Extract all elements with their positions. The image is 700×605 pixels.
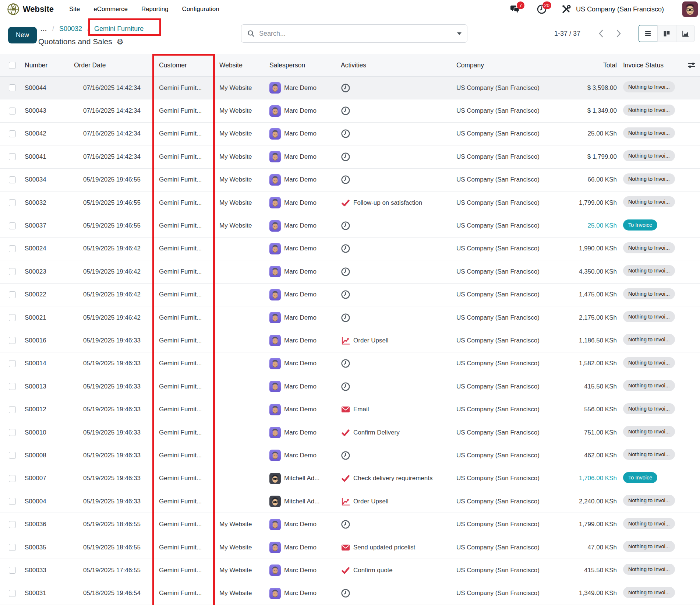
table-row[interactable]: S00008 05/19/2025 19:46:33 Gemini Furnit… — [0, 444, 700, 467]
activity-cell[interactable]: Send updated pricelist — [341, 543, 456, 552]
graph-view-button[interactable] — [676, 25, 695, 42]
table-row[interactable]: S00033 05/19/2025 17:46:55 Gemini Furnit… — [0, 559, 700, 582]
table-row[interactable]: S00012 05/19/2025 19:46:33 Gemini Furnit… — [0, 398, 700, 421]
pager-previous-button[interactable] — [595, 26, 607, 41]
row-checkbox[interactable] — [9, 314, 16, 321]
menu-reporting[interactable]: Reporting — [141, 6, 169, 13]
activity-cell[interactable] — [341, 520, 456, 529]
table-row[interactable]: S00044 07/16/2025 14:42:34 Gemini Furnit… — [0, 77, 700, 99]
table-row[interactable]: S00043 07/16/2025 14:42:34 Gemini Furnit… — [0, 99, 700, 122]
table-row[interactable]: S00016 05/19/2025 19:46:33 Gemini Furnit… — [0, 329, 700, 352]
table-row[interactable]: S00031 05/18/2025 19:46:54 Gemini Furnit… — [0, 582, 700, 605]
column-header-order-date[interactable]: Order Date — [65, 61, 144, 69]
messages-icon[interactable]: 7 — [510, 4, 520, 14]
column-header-salesperson[interactable]: Salesperson — [269, 61, 341, 69]
activity-cell[interactable]: Check delivery requirements — [341, 474, 456, 483]
row-checkbox[interactable] — [9, 291, 16, 298]
activities-clock-icon[interactable]: 20 — [537, 4, 547, 14]
activity-cell[interactable]: Follow-up on satisfaction — [341, 198, 456, 208]
activity-cell[interactable] — [341, 451, 456, 460]
select-all-checkbox[interactable] — [9, 62, 16, 69]
activity-cell[interactable] — [341, 221, 456, 231]
table-row[interactable]: S00024 05/19/2025 19:46:42 Gemini Furnit… — [0, 238, 700, 260]
column-header-customer[interactable]: Customer — [159, 61, 219, 69]
activity-cell[interactable]: Confirm Delivery — [341, 428, 456, 437]
column-header-website[interactable]: Website — [219, 61, 269, 69]
kanban-view-button[interactable] — [657, 25, 676, 42]
activity-cell[interactable] — [341, 267, 456, 277]
table-row[interactable]: S00004 05/19/2025 19:46:33 Gemini Furnit… — [0, 490, 700, 513]
activity-cell[interactable] — [341, 382, 456, 391]
list-view-button[interactable] — [639, 25, 657, 42]
website-app-logo-globe-icon[interactable] — [7, 3, 20, 16]
search-input[interactable] — [258, 29, 451, 38]
table-row[interactable]: S00022 05/19/2025 19:46:42 Gemini Furnit… — [0, 284, 700, 306]
row-checkbox[interactable] — [9, 429, 16, 436]
row-checkbox[interactable] — [9, 452, 16, 459]
activity-cell[interactable]: Confirm quote — [341, 566, 456, 575]
row-checkbox[interactable] — [9, 544, 16, 551]
row-checkbox[interactable] — [9, 521, 16, 528]
activity-cell[interactable] — [341, 359, 456, 368]
column-header-company[interactable]: Company — [456, 61, 574, 69]
row-checkbox[interactable] — [9, 475, 16, 482]
search-dropdown-toggle[interactable] — [451, 25, 467, 42]
app-name[interactable]: Website — [23, 0, 54, 18]
column-header-invoice-status[interactable]: Invoice Status — [623, 61, 683, 69]
activity-cell[interactable]: Order Upsell — [341, 497, 456, 506]
row-checkbox[interactable] — [9, 176, 16, 183]
activity-cell[interactable] — [341, 106, 456, 116]
table-row[interactable]: S00041 07/16/2025 14:42:34 Gemini Furnit… — [0, 145, 700, 168]
table-row[interactable]: S00042 07/16/2025 14:42:34 Gemini Furnit… — [0, 123, 700, 145]
column-header-total[interactable]: Total — [574, 61, 617, 69]
breadcrumb-parent-link[interactable]: S00032 — [59, 25, 82, 33]
menu-site[interactable]: Site — [69, 6, 80, 13]
activity-cell[interactable]: Order Upsell — [341, 336, 456, 345]
table-row[interactable]: S00032 05/19/2025 19:46:55 Gemini Furnit… — [0, 191, 700, 214]
activity-cell[interactable] — [341, 290, 456, 299]
table-row[interactable]: S00036 05/19/2025 18:46:55 Gemini Furnit… — [0, 513, 700, 536]
menu-configuration[interactable]: Configuration — [182, 6, 219, 13]
optional-columns-sliders-icon[interactable] — [683, 61, 700, 69]
column-header-number[interactable]: Number — [17, 61, 65, 69]
row-checkbox[interactable] — [9, 268, 16, 275]
activity-cell[interactable] — [341, 244, 456, 253]
row-checkbox[interactable] — [9, 153, 16, 160]
activity-cell[interactable] — [341, 313, 456, 323]
row-checkbox[interactable] — [9, 406, 16, 413]
settings-gear-icon[interactable]: ⚙ — [117, 38, 124, 46]
table-row[interactable]: S00014 05/19/2025 19:46:33 Gemini Furnit… — [0, 352, 700, 375]
row-checkbox[interactable] — [9, 383, 16, 390]
breadcrumb-current-link[interactable]: Gemini Furniture — [94, 25, 144, 33]
row-checkbox[interactable] — [9, 84, 16, 91]
table-row[interactable]: S00037 05/19/2025 19:46:55 Gemini Furnit… — [0, 214, 700, 237]
user-avatar[interactable] — [682, 1, 698, 17]
pager-next-button[interactable] — [612, 26, 625, 41]
row-checkbox[interactable] — [9, 245, 16, 252]
table-row[interactable]: S00023 05/19/2025 19:46:42 Gemini Furnit… — [0, 260, 700, 283]
activity-cell[interactable] — [341, 175, 456, 184]
activity-cell[interactable] — [341, 129, 456, 138]
breadcrumb-ellipsis[interactable]: ... — [40, 25, 47, 33]
row-checkbox[interactable] — [9, 199, 16, 206]
new-button[interactable]: New — [8, 27, 37, 43]
table-row[interactable]: S00010 05/19/2025 19:46:33 Gemini Furnit… — [0, 421, 700, 444]
row-checkbox[interactable] — [9, 337, 16, 344]
row-checkbox[interactable] — [9, 108, 16, 115]
row-checkbox[interactable] — [9, 222, 16, 229]
activity-cell[interactable] — [341, 83, 456, 93]
tools-icon[interactable] — [561, 4, 571, 14]
activity-cell[interactable] — [341, 152, 456, 162]
row-checkbox[interactable] — [9, 567, 16, 574]
column-header-activities[interactable]: Activities — [341, 61, 456, 69]
menu-ecommerce[interactable]: eCommerce — [93, 6, 128, 13]
activity-cell[interactable]: Email — [341, 405, 456, 414]
activity-cell[interactable] — [341, 588, 456, 598]
table-row[interactable]: S00021 05/19/2025 19:46:42 Gemini Furnit… — [0, 306, 700, 329]
table-row[interactable]: S00007 05/19/2025 19:46:33 Gemini Furnit… — [0, 467, 700, 490]
row-checkbox[interactable] — [9, 360, 16, 367]
table-row[interactable]: S00035 05/19/2025 18:46:55 Gemini Furnit… — [0, 536, 700, 559]
table-row[interactable]: S00034 05/19/2025 19:46:55 Gemini Furnit… — [0, 169, 700, 191]
row-checkbox[interactable] — [9, 590, 16, 597]
table-row[interactable]: S00013 05/19/2025 19:46:33 Gemini Furnit… — [0, 375, 700, 398]
